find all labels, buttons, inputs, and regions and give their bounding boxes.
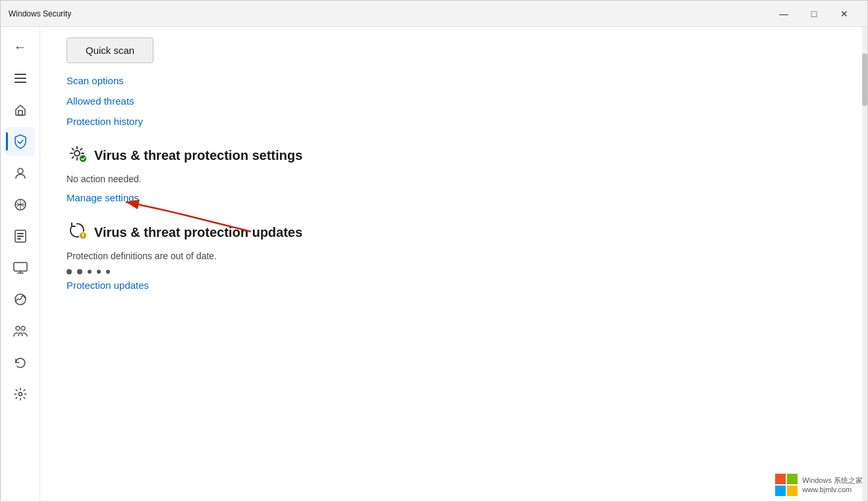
- device-performance-icon[interactable]: [6, 285, 35, 314]
- account-icon[interactable]: [6, 159, 35, 188]
- svg-rect-9: [17, 238, 21, 239]
- updates-section-icon: [67, 220, 88, 245]
- updates-section: Virus & threat protection updates Protec…: [67, 220, 836, 291]
- back-icon[interactable]: ←: [6, 32, 35, 61]
- window-title: Windows Security: [9, 9, 769, 18]
- sidebar: ←: [1, 27, 40, 501]
- manage-settings-container: Manage settings: [67, 192, 139, 203]
- dot-1: [67, 269, 72, 274]
- protection-history-link[interactable]: Protection history: [67, 116, 836, 127]
- scan-options-link[interactable]: Scan options: [67, 75, 836, 86]
- home-icon[interactable]: [6, 95, 35, 124]
- settings-section-icon: [67, 143, 88, 168]
- main-content: Quick scan Scan options Allowed threats …: [40, 27, 862, 501]
- svg-point-15: [74, 151, 80, 156]
- settings-section-header: Virus & threat protection settings: [67, 143, 836, 168]
- family-options-icon[interactable]: [6, 316, 35, 345]
- settings-section-title: Virus & threat protection settings: [94, 148, 302, 163]
- allowed-threats-link[interactable]: Allowed threats: [67, 95, 836, 107]
- svg-rect-0: [14, 74, 26, 75]
- loading-dots: [67, 269, 836, 274]
- svg-point-13: [21, 326, 25, 330]
- scrollbar-track[interactable]: [862, 27, 867, 501]
- app-browser-icon[interactable]: [6, 222, 35, 251]
- settings-section-desc: No action needed.: [67, 174, 836, 184]
- titlebar-controls: — □ ✕: [769, 3, 859, 24]
- svg-rect-2: [14, 82, 26, 83]
- shield-nav-icon[interactable]: [6, 127, 35, 156]
- app-body: ←: [1, 27, 867, 501]
- titlebar: Windows Security — □ ✕: [1, 1, 867, 27]
- quick-scan-button[interactable]: Quick scan: [67, 38, 153, 63]
- svg-rect-3: [18, 111, 22, 115]
- close-button[interactable]: ✕: [829, 3, 859, 24]
- settings-nav-icon[interactable]: [6, 380, 35, 409]
- scrollbar-thumb[interactable]: [862, 53, 867, 106]
- svg-point-14: [18, 393, 22, 396]
- maximize-button[interactable]: □: [799, 3, 829, 24]
- dot-3: [88, 270, 92, 274]
- svg-rect-10: [14, 263, 27, 271]
- svg-point-17: [80, 155, 87, 163]
- dot-4: [97, 270, 101, 274]
- protection-updates-link[interactable]: Protection updates: [67, 280, 836, 291]
- svg-rect-7: [17, 233, 24, 234]
- window: Windows Security — □ ✕ ←: [0, 0, 868, 502]
- dot-2: [77, 269, 82, 274]
- svg-point-4: [18, 168, 23, 174]
- minimize-button[interactable]: —: [769, 3, 799, 24]
- firewall-icon[interactable]: [6, 190, 35, 219]
- svg-point-21: [82, 237, 84, 238]
- updates-section-header: Virus & threat protection updates: [67, 220, 836, 245]
- svg-rect-1: [14, 78, 26, 79]
- updates-section-desc: Protection definitions are out of date.: [67, 251, 836, 261]
- menu-icon[interactable]: [6, 64, 35, 93]
- updates-section-title: Virus & threat protection updates: [94, 225, 302, 240]
- svg-rect-8: [17, 236, 24, 237]
- device-security-icon[interactable]: [6, 253, 35, 282]
- dot-5: [106, 270, 110, 274]
- undo-icon[interactable]: [6, 348, 35, 377]
- settings-section: Virus & threat protection settings No ac…: [67, 143, 836, 204]
- svg-point-12: [16, 326, 20, 330]
- manage-settings-link[interactable]: Manage settings: [67, 192, 139, 203]
